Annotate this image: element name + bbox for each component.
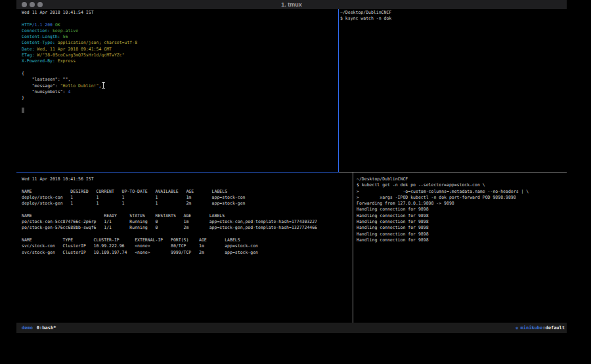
- terminal-line: [22, 207, 317, 212]
- pane-ksync-watch[interactable]: ~/Desktop/DublinCNCF$ ksync watch -n dok: [340, 10, 391, 22]
- terminal-cursor: [22, 108, 24, 113]
- terminal-line: deploy/stock-gen 1 1 1 1 2m app=stock-ge…: [22, 201, 317, 207]
- terminal-line: X-Powered-By: Express: [22, 58, 137, 64]
- terminal-line: {: [22, 71, 137, 77]
- terminal-line: Handling connection for 9898: [357, 232, 529, 237]
- terminal-line: Content-Length: 56: [22, 34, 137, 40]
- terminal-line: NAME TYPE CLUSTER-IP EXTERNAL-IP PORT(S)…: [22, 237, 317, 243]
- session-name: demo: [22, 325, 33, 331]
- kube-namespace: :default: [542, 325, 565, 331]
- terminal-line: Content-Type: application/json; charset=…: [22, 40, 137, 46]
- terminal-line: > xargs -IPOD kubectl -n dok port-forwar…: [357, 195, 529, 201]
- kube-context: minikube: [521, 325, 543, 331]
- terminal-line: > -o=custom-columns=:metadata.name --no-…: [357, 189, 529, 195]
- terminal-line: Date: Wed, 11 Apr 2018 09:41:54 GMT: [22, 47, 137, 52]
- pane-http-response[interactable]: Wed 11 Apr 2018 10:41:54 IST HTTP/1.1 20…: [22, 10, 137, 113]
- terminal-line: Handling connection for 9898: [357, 207, 529, 212]
- status-bar-left: demo 0:bash*: [22, 325, 56, 331]
- zoom-button-icon[interactable]: [37, 2, 43, 7]
- terminal-line: Wed 11 Apr 2018 10:41:54 IST: [22, 10, 137, 16]
- terminal-line: Wed 11 Apr 2018 10:41:56 IST: [22, 176, 317, 182]
- terminal-line: "message": "Hello Dublin!",: [22, 83, 137, 89]
- terminal-line: Forwarding from 127.0.0.1:9898 -> 9898: [357, 201, 529, 207]
- helm-icon: ⎈: [515, 325, 519, 331]
- terminal-line: [22, 108, 137, 113]
- window-titlebar[interactable]: 1. tmux: [16, 0, 567, 9]
- terminal-line: Connection: keep-alive: [22, 28, 137, 34]
- pane-border-horizontal-left[interactable]: [16, 172, 339, 172]
- terminal-line: }: [22, 95, 137, 101]
- pane-kubectl-get[interactable]: Wed 11 Apr 2018 10:41:56 IST NAME DESIRE…: [22, 176, 317, 256]
- terminal-line: $ kubectl get -n dok po --selector=app=s…: [357, 182, 529, 188]
- terminal-window: 1. tmux Wed 11 Apr 2018 10:41:54 IST HTT…: [16, 0, 567, 333]
- terminal-line: po/stock-con-5cc874766c-2p6rp 1/1 Runnin…: [22, 219, 317, 225]
- terminal-line: [22, 182, 317, 188]
- traffic-lights: [22, 2, 43, 7]
- terminal-line: Handling connection for 9898: [357, 237, 529, 243]
- minimize-button-icon[interactable]: [30, 2, 35, 7]
- mouse-ibeam-cursor: [102, 82, 105, 89]
- terminal-line: HTTP/1.1 200 OK: [22, 22, 137, 28]
- window-list-item[interactable]: 0:bash*: [37, 325, 56, 331]
- terminal-line: [22, 65, 137, 71]
- tmux-terminal: Wed 11 Apr 2018 10:41:54 IST HTTP/1.1 20…: [16, 9, 567, 323]
- terminal-line: deploy/stock-con 1 1 1 1 1m app=stock-co…: [22, 195, 317, 201]
- close-button-icon[interactable]: [22, 2, 27, 7]
- pane-border-vertical-top[interactable]: [338, 9, 339, 172]
- window-title: 1. tmux: [16, 1, 567, 8]
- pane-port-forward[interactable]: ~/Desktop/DublinCNCF$ kubectl get -n dok…: [357, 176, 529, 243]
- terminal-line: "numsymbols": 4: [22, 89, 137, 95]
- terminal-line: [22, 16, 137, 22]
- terminal-line: NAME DESIRED CURRENT UP-TO-DATE AVAILABL…: [22, 189, 317, 195]
- terminal-line: svc/stock-con ClusterIP 10.99.222.96 <no…: [22, 243, 317, 249]
- pane-border-horizontal-right[interactable]: [339, 172, 567, 172]
- tmux-status-bar: demo 0:bash* ⎈ minikube :default: [16, 323, 567, 333]
- terminal-line: svc/stock-gen ClusterIP 10.109.197.74 <n…: [22, 250, 317, 256]
- terminal-line: Handling connection for 9898: [357, 225, 529, 231]
- terminal-line: Handling connection for 9898: [357, 219, 529, 225]
- terminal-line: "lastseen": "",: [22, 77, 137, 83]
- terminal-line: Handling connection for 9898: [357, 213, 529, 219]
- terminal-line: po/stock-gen-576cc688bb-swqf6 1/1 Runnin…: [22, 225, 317, 231]
- terminal-line: [22, 101, 137, 107]
- terminal-line: ~/Desktop/DublinCNCF: [357, 176, 529, 182]
- terminal-line: ETag: W/"38-05coCsrg3mQ75sHr1d/qcMTwYZc": [22, 52, 137, 58]
- terminal-line: [22, 232, 317, 237]
- pane-border-vertical-bottom[interactable]: [353, 172, 353, 323]
- terminal-line: NAME READY STATUS RESTARTS AGE LABELS: [22, 213, 317, 219]
- terminal-line: $ ksync watch -n dok: [340, 16, 391, 22]
- terminal-line: ~/Desktop/DublinCNCF: [340, 10, 391, 16]
- status-bar-right: ⎈ minikube :default: [515, 325, 565, 331]
